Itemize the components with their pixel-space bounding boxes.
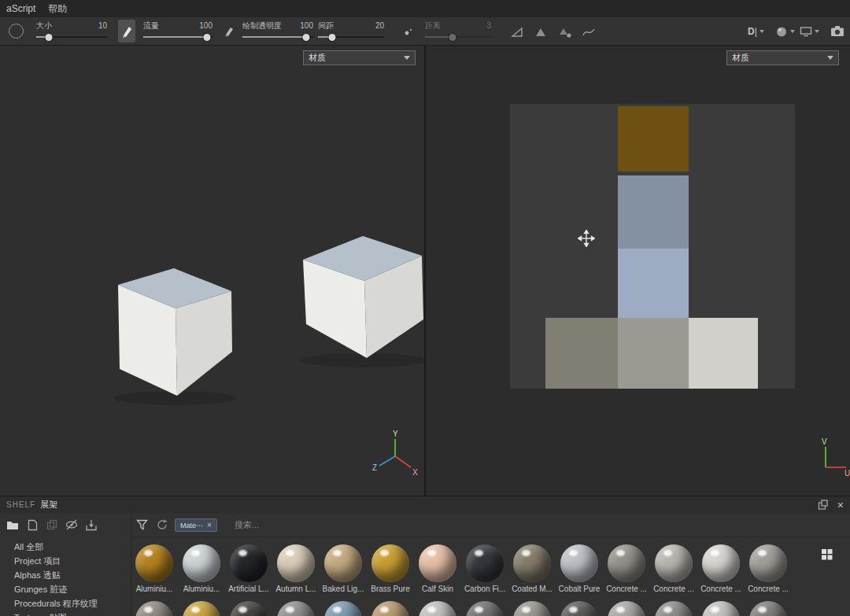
material-item[interactable]: Autumn L...: [272, 544, 320, 593]
particles-tool-button[interactable]: [403, 27, 414, 38]
shelf-search-input[interactable]: [235, 518, 408, 532]
material-item[interactable]: Calf Skin: [414, 544, 461, 593]
material-item[interactable]: [697, 601, 745, 616]
alignment-normal-button[interactable]: [534, 25, 548, 39]
material-item[interactable]: Aluminiu...: [131, 544, 178, 593]
material-item[interactable]: [225, 601, 272, 616]
new-resource-button[interactable]: [24, 517, 40, 533]
hide-resources-button[interactable]: [64, 517, 79, 533]
shelf-category-item[interactable]: Project 项目: [0, 554, 129, 568]
materials-grid: Aluminiu... Aluminiu... Artificial L... …: [131, 544, 792, 593]
material-item[interactable]: Aluminiu...: [178, 544, 225, 593]
menu-bar: aScript 帮助: [0, 0, 850, 17]
filter-separator: [131, 537, 850, 537]
material-item[interactable]: [367, 601, 414, 616]
funnel-icon: [136, 519, 148, 530]
material-sphere: [230, 601, 268, 616]
opacity-slider[interactable]: [242, 33, 313, 42]
material-item[interactable]: [650, 601, 697, 616]
material-item[interactable]: [131, 601, 178, 616]
refresh-icon: [157, 519, 168, 530]
material-sphere: [324, 544, 362, 582]
material-item[interactable]: Baked Lig...: [320, 544, 367, 593]
menu-item-script[interactable]: aScript: [0, 0, 42, 17]
material-item[interactable]: Brass Pure: [367, 544, 414, 593]
view-mode-glyph: D: [748, 26, 755, 37]
distance-value: 3: [486, 20, 491, 31]
material-sphere: [419, 544, 456, 582]
shelf-category-item[interactable]: Textures 贴图: [0, 610, 129, 616]
material-name: Baked Lig...: [323, 585, 364, 593]
2d-uv-viewport[interactable]: 材质 V U: [426, 46, 850, 496]
material-item[interactable]: [178, 601, 225, 616]
material-sphere: [371, 601, 409, 616]
view-mode-toggle[interactable]: D |: [748, 24, 764, 39]
material-sphere: [513, 544, 551, 582]
material-item[interactable]: [414, 601, 461, 616]
symmetry-button[interactable]: [557, 25, 573, 39]
close-panel-icon[interactable]: ×: [837, 500, 844, 511]
triangle-mirror-icon: [558, 26, 572, 39]
3d-viewport[interactable]: 材质 Y Z X: [0, 46, 424, 496]
grid-view-button[interactable]: [819, 546, 834, 562]
paint-brush-tool-button[interactable]: [118, 20, 135, 42]
material-item[interactable]: [556, 601, 603, 616]
material-item[interactable]: Concrete ...: [650, 544, 697, 593]
lazy-mouse-button[interactable]: [581, 25, 597, 39]
flow-slider[interactable]: [143, 33, 213, 42]
material-item[interactable]: [603, 601, 650, 616]
filter-button[interactable]: [134, 517, 150, 533]
refresh-button[interactable]: [154, 517, 170, 533]
material-item[interactable]: [272, 601, 320, 616]
shelf-category-item[interactable]: Grunges 脏迹: [0, 582, 129, 596]
duplicate-resource-button[interactable]: [44, 517, 60, 533]
material-item[interactable]: Cobalt Pure: [556, 544, 603, 593]
shelf-category-item[interactable]: All 全部: [0, 540, 129, 554]
spacing-slider[interactable]: [318, 33, 384, 42]
material-item[interactable]: Artificial L...: [225, 544, 272, 593]
material-sphere: [560, 544, 598, 582]
move-cursor-icon: [578, 230, 595, 247]
material-sphere: [749, 544, 787, 582]
shelf-category-item[interactable]: Alphas 透贴: [0, 568, 129, 582]
material-item[interactable]: [461, 601, 508, 616]
import-resources-button[interactable]: [83, 517, 99, 533]
size-slider[interactable]: [36, 33, 107, 42]
material-item[interactable]: Concrete ...: [697, 544, 745, 593]
uv-block-bottom-center: [618, 318, 689, 389]
screenshot-button[interactable]: [830, 24, 845, 38]
distance-label: 距离: [425, 20, 441, 31]
uv-block-brown: [618, 106, 689, 172]
material-display-button[interactable]: [776, 24, 795, 39]
material-sphere: [702, 544, 740, 582]
material-mode-dropdown-3d[interactable]: 材质: [303, 50, 416, 65]
distance-slider[interactable]: [425, 33, 491, 42]
shelf-category-item[interactable]: Procedurals 程序纹理: [0, 596, 129, 610]
material-sphere: [608, 544, 645, 582]
lazy-mouse-icon: [582, 26, 596, 39]
material-item[interactable]: Coated M...: [508, 544, 556, 593]
tab-close-icon[interactable]: ×: [207, 521, 212, 529]
eye-off-icon: [65, 519, 78, 530]
monitor-icon: [800, 26, 812, 37]
material-item[interactable]: Concrete ...: [745, 544, 792, 593]
menu-item-help[interactable]: 帮助: [42, 0, 73, 17]
brush-preview-icon[interactable]: [9, 24, 24, 39]
undock-panel-icon[interactable]: [818, 500, 828, 510]
material-item[interactable]: [745, 601, 792, 616]
material-name: Aluminiu...: [183, 585, 220, 593]
open-folder-button[interactable]: [5, 517, 20, 533]
alignment-tangent-button[interactable]: [510, 25, 524, 39]
material-mode-dropdown-2d[interactable]: 材质: [726, 50, 839, 65]
material-item[interactable]: Concrete ...: [603, 544, 650, 593]
display-settings-button[interactable]: [800, 24, 819, 39]
shelf-sidebar: All 全部 Project 项目 Alphas 透贴 Grunges 脏迹 P…: [0, 540, 129, 616]
3d-axis-gizmo: Y Z X: [371, 430, 422, 480]
material-item[interactable]: Carbon Fi...: [461, 544, 508, 593]
material-item[interactable]: [320, 601, 367, 616]
flow-label: 流量: [143, 20, 159, 31]
pencil-tool-button[interactable]: [221, 24, 235, 39]
shelf-panel-header[interactable]: SHELF 展架 ×: [0, 496, 850, 513]
shelf-filter-tab[interactable]: Mate⋯ ×: [175, 518, 217, 532]
material-item[interactable]: [508, 601, 556, 616]
